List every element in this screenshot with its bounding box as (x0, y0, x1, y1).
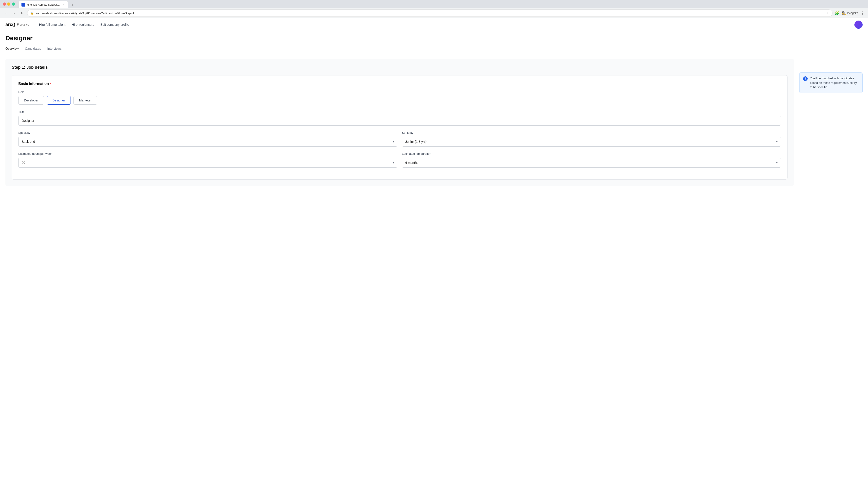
tab-overview[interactable]: Overview (5, 44, 19, 53)
browser-titlebar: ✕ − □ Hire Top Remote Software Dev... ✕ … (0, 0, 868, 8)
seniority-label: Seniority (402, 131, 781, 134)
specialty-select[interactable]: Back-end Front-end Full-stack Mobile Dev… (18, 137, 397, 147)
specialty-label: Specialty (18, 131, 397, 134)
info-tooltip-content: i You'll be matched with candidates base… (803, 76, 859, 90)
tab-candidates[interactable]: Candidates (25, 44, 41, 53)
info-tooltip-text: You'll be matched with candidates based … (810, 76, 859, 90)
specialty-field-group: Specialty Back-end Front-end Full-stack … (18, 131, 397, 147)
form-section: Step 1: Job details Basic information * … (5, 59, 794, 186)
hours-select[interactable]: 10 20 30 40 (18, 158, 397, 168)
form-card: Basic information * Role Developer Desig… (12, 75, 787, 180)
hours-duration-row: Estimated hours per week 10 20 30 40 ▼ (18, 152, 781, 168)
tab-title: Hire Top Remote Software Dev... (27, 3, 60, 6)
seniority-select[interactable]: Junior (1-3 yrs) Mid-level (3-5 yrs) Sen… (402, 137, 781, 147)
duration-field-group: Estimated job duration 1 month 3 months … (402, 152, 781, 168)
role-field-group: Role Developer Designer Marketer (18, 90, 781, 105)
specialty-select-wrapper: Back-end Front-end Full-stack Mobile Dev… (18, 137, 397, 147)
duration-select[interactable]: 1 month 3 months 6 months 12 months Ongo… (402, 158, 781, 168)
duration-label: Estimated job duration (402, 152, 781, 156)
window-close-button[interactable]: ✕ (3, 2, 6, 6)
tab-bar: Hire Top Remote Software Dev... ✕ + (17, 0, 75, 8)
window-minimize-button[interactable]: − (7, 2, 10, 6)
page-content: arc() Freelance Hire full-time talent Hi… (0, 18, 868, 480)
logo-subtitle: Freelance (17, 23, 29, 26)
forward-button[interactable]: → (11, 10, 17, 16)
role-buttons: Developer Designer Marketer (18, 96, 781, 105)
incognito-badge: 🕵️ Incognito (842, 11, 858, 15)
role-btn-marketer[interactable]: Marketer (73, 96, 97, 105)
secure-icon: 🔒 (31, 11, 34, 15)
step-title: Step 1: Job details (12, 65, 787, 70)
seniority-select-wrapper: Junior (1-3 yrs) Mid-level (3-5 yrs) Sen… (402, 137, 781, 147)
title-label: Title (18, 110, 781, 113)
logo[interactable]: arc() Freelance (5, 22, 29, 27)
info-tooltip: i You'll be matched with candidates base… (799, 72, 863, 93)
nav-links: Hire full-time talent Hire freelancers E… (39, 22, 129, 27)
nav-edit-company[interactable]: Edit company profile (100, 22, 129, 27)
role-label: Role (18, 90, 781, 94)
extensions-button[interactable]: 🧩 (834, 10, 840, 16)
window-maximize-button[interactable]: □ (12, 2, 15, 6)
nav-right (855, 21, 863, 29)
tabs-container: Overview Candidates Interviews (0, 44, 868, 53)
tab-close-button[interactable]: ✕ (62, 3, 65, 6)
required-indicator: * (50, 82, 51, 86)
title-field-group: Title (18, 110, 781, 126)
address-bar: ← → ↻ 🔒 arc.dev/dashboard/requests/kdyp4… (0, 8, 868, 18)
nav-hire-freelancers[interactable]: Hire freelancers (72, 22, 94, 27)
bookmark-icon[interactable]: ☆ (827, 11, 829, 15)
duration-select-wrapper: 1 month 3 months 6 months 12 months Ongo… (402, 158, 781, 168)
hours-field-group: Estimated hours per week 10 20 30 40 ▼ (18, 152, 397, 168)
specialty-seniority-row: Specialty Back-end Front-end Full-stack … (18, 131, 781, 147)
logo-text: arc() (5, 22, 15, 27)
new-tab-button[interactable]: + (69, 2, 75, 8)
role-btn-designer[interactable]: Designer (47, 96, 71, 105)
hours-select-wrapper: 10 20 30 40 ▼ (18, 158, 397, 168)
tab-favicon (22, 3, 25, 6)
user-avatar[interactable] (855, 21, 863, 29)
title-input[interactable] (18, 116, 781, 126)
reload-button[interactable]: ↻ (19, 10, 25, 16)
nav-hire-fulltime[interactable]: Hire full-time talent (39, 22, 66, 27)
info-icon: i (803, 76, 808, 81)
more-options-button[interactable]: ⋮ (860, 10, 865, 16)
url-text[interactable]: arc.dev/dashboard/requests/kdyp4k9q28/ov… (36, 11, 134, 15)
hours-label: Estimated hours per week (18, 152, 397, 156)
incognito-label: Incognito (847, 11, 858, 15)
role-btn-developer[interactable]: Developer (18, 96, 44, 105)
section-heading: Basic information * (18, 82, 781, 86)
browser-chrome: ✕ − □ Hire Top Remote Software Dev... ✕ … (0, 0, 868, 18)
page-title: Designer (5, 35, 863, 42)
window-controls: ✕ − □ (3, 2, 15, 6)
active-browser-tab[interactable]: Hire Top Remote Software Dev... ✕ (19, 1, 68, 8)
page-header: Designer (0, 31, 868, 42)
top-nav: arc() Freelance Hire full-time talent Hi… (0, 18, 868, 31)
main-content: Step 1: Job details Basic information * … (0, 53, 868, 191)
tab-interviews[interactable]: Interviews (47, 44, 61, 53)
back-button[interactable]: ← (3, 10, 9, 16)
seniority-field-group: Seniority Junior (1-3 yrs) Mid-level (3-… (402, 131, 781, 147)
section-title-text: Basic information (18, 82, 49, 86)
incognito-icon: 🕵️ (842, 11, 846, 15)
